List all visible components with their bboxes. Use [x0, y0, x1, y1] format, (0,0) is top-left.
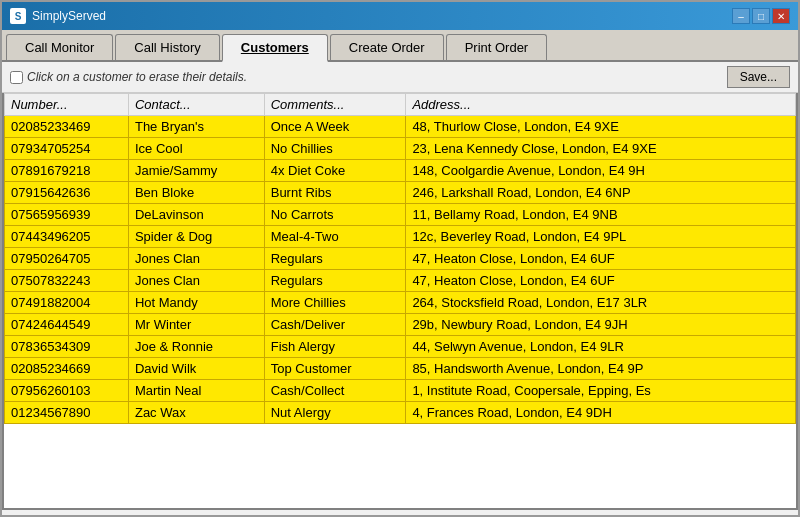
cell-comments[interactable]: Cash/Deliver [264, 314, 406, 336]
cell-comments[interactable]: Cash/Collect [264, 380, 406, 402]
cell-comments[interactable]: Nut Alergy [264, 402, 406, 424]
cell-contact[interactable]: David Wilk [128, 358, 264, 380]
cell-number[interactable]: 07891679218 [5, 160, 129, 182]
table-header-row: Number... Contact... Comments... Address… [5, 94, 796, 116]
toolbar: Click on a customer to erase their detai… [2, 62, 798, 93]
cell-number[interactable]: 02085233469 [5, 116, 129, 138]
cell-address[interactable]: 47, Heaton Close, London, E4 6UF [406, 270, 796, 292]
tab-print-order[interactable]: Print Order [446, 34, 548, 60]
table-row[interactable]: 07507832243Jones ClanRegulars47, Heaton … [5, 270, 796, 292]
cell-address[interactable]: 246, Larkshall Road, London, E4 6NP [406, 182, 796, 204]
cell-comments[interactable]: More Chillies [264, 292, 406, 314]
cell-comments[interactable]: Regulars [264, 270, 406, 292]
cell-contact[interactable]: Mr Winter [128, 314, 264, 336]
cell-comments[interactable]: Top Customer [264, 358, 406, 380]
cell-address[interactable]: 11, Bellamy Road, London, E4 9NB [406, 204, 796, 226]
cell-comments[interactable]: Once A Week [264, 116, 406, 138]
tab-customers[interactable]: Customers [222, 34, 328, 62]
cell-contact[interactable]: The Bryan's [128, 116, 264, 138]
table-row[interactable]: 07836534309Joe & RonnieFish Alergy44, Se… [5, 336, 796, 358]
header-number: Number... [5, 94, 129, 116]
header-address: Address... [406, 94, 796, 116]
cell-comments[interactable]: No Chillies [264, 138, 406, 160]
table-row[interactable]: 02085233469The Bryan'sOnce A Week48, Thu… [5, 116, 796, 138]
maximize-button[interactable]: □ [752, 8, 770, 24]
cell-number[interactable]: 07956260103 [5, 380, 129, 402]
app-title: SimplyServed [32, 9, 106, 23]
header-comments: Comments... [264, 94, 406, 116]
erase-checkbox-area[interactable]: Click on a customer to erase their detai… [10, 70, 247, 84]
customer-table-container: Number... Contact... Comments... Address… [2, 93, 798, 510]
cell-comments[interactable]: Meal-4-Two [264, 226, 406, 248]
cell-comments[interactable]: No Carrots [264, 204, 406, 226]
table-row[interactable]: 07934705254Ice CoolNo Chillies23, Lena K… [5, 138, 796, 160]
cell-contact[interactable]: Spider & Dog [128, 226, 264, 248]
erase-checkbox[interactable] [10, 71, 23, 84]
table-row[interactable]: 07424644549Mr WinterCash/Deliver29b, New… [5, 314, 796, 336]
title-bar-left: S SimplyServed [10, 8, 106, 24]
minimize-button[interactable]: – [732, 8, 750, 24]
cell-comments[interactable]: Fish Alergy [264, 336, 406, 358]
table-row[interactable]: 07891679218Jamie/Sammy4x Diet Coke148, C… [5, 160, 796, 182]
cell-address[interactable]: 29b, Newbury Road, London, E4 9JH [406, 314, 796, 336]
tab-create-order[interactable]: Create Order [330, 34, 444, 60]
cell-comments[interactable]: 4x Diet Coke [264, 160, 406, 182]
cell-address[interactable]: 1, Institute Road, Coopersale, Epping, E… [406, 380, 796, 402]
tab-call-monitor[interactable]: Call Monitor [6, 34, 113, 60]
cell-address[interactable]: 85, Handsworth Avenue, London, E4 9P [406, 358, 796, 380]
cell-contact[interactable]: Zac Wax [128, 402, 264, 424]
cell-address[interactable]: 44, Selwyn Avenue, London, E4 9LR [406, 336, 796, 358]
cell-address[interactable]: 23, Lena Kennedy Close, London, E4 9XE [406, 138, 796, 160]
table-row[interactable]: 01234567890Zac WaxNut Alergy4, Frances R… [5, 402, 796, 424]
cell-number[interactable]: 07491882004 [5, 292, 129, 314]
cell-contact[interactable]: Ice Cool [128, 138, 264, 160]
cell-address[interactable]: 12c, Beverley Road, London, E4 9PL [406, 226, 796, 248]
cell-address[interactable]: 148, Coolgardie Avenue, London, E4 9H [406, 160, 796, 182]
cell-comments[interactable]: Burnt Ribs [264, 182, 406, 204]
table-row[interactable]: 07443496205Spider & DogMeal-4-Two12c, Be… [5, 226, 796, 248]
app-icon: S [10, 8, 26, 24]
table-row[interactable]: 07491882004Hot MandyMore Chillies264, St… [5, 292, 796, 314]
save-button[interactable]: Save... [727, 66, 790, 88]
cell-number[interactable]: 07934705254 [5, 138, 129, 160]
table-row[interactable]: 02085234669David WilkTop Customer85, Han… [5, 358, 796, 380]
cell-address[interactable]: 48, Thurlow Close, London, E4 9XE [406, 116, 796, 138]
toolbar-hint: Click on a customer to erase their detai… [27, 70, 247, 84]
cell-contact[interactable]: Ben Bloke [128, 182, 264, 204]
cell-contact[interactable]: Martin Neal [128, 380, 264, 402]
cell-number[interactable]: 07915642636 [5, 182, 129, 204]
table-row[interactable]: 07915642636Ben BlokeBurnt Ribs246, Larks… [5, 182, 796, 204]
cell-address[interactable]: 4, Frances Road, London, E4 9DH [406, 402, 796, 424]
cell-contact[interactable]: Jamie/Sammy [128, 160, 264, 182]
title-bar: S SimplyServed – □ ✕ [2, 2, 798, 30]
cell-number[interactable]: 07443496205 [5, 226, 129, 248]
cell-number[interactable]: 07565956939 [5, 204, 129, 226]
close-button[interactable]: ✕ [772, 8, 790, 24]
table-row[interactable]: 07950264705Jones ClanRegulars47, Heaton … [5, 248, 796, 270]
cell-number[interactable]: 02085234669 [5, 358, 129, 380]
cell-number[interactable]: 07424644549 [5, 314, 129, 336]
cell-number[interactable]: 01234567890 [5, 402, 129, 424]
cell-number[interactable]: 07950264705 [5, 248, 129, 270]
cell-number[interactable]: 07836534309 [5, 336, 129, 358]
cell-address[interactable]: 47, Heaton Close, London, E4 6UF [406, 248, 796, 270]
cell-number[interactable]: 07507832243 [5, 270, 129, 292]
table-row[interactable]: 07565956939DeLavinsonNo Carrots11, Bella… [5, 204, 796, 226]
cell-contact[interactable]: Jones Clan [128, 270, 264, 292]
cell-contact[interactable]: Jones Clan [128, 248, 264, 270]
table-row[interactable]: 07956260103Martin NealCash/Collect1, Ins… [5, 380, 796, 402]
header-contact: Contact... [128, 94, 264, 116]
cell-contact[interactable]: Joe & Ronnie [128, 336, 264, 358]
cell-address[interactable]: 264, Stocksfield Road, London, E17 3LR [406, 292, 796, 314]
tab-call-history[interactable]: Call History [115, 34, 219, 60]
tab-bar: Call Monitor Call History Customers Crea… [2, 30, 798, 62]
cell-contact[interactable]: DeLavinson [128, 204, 264, 226]
cell-comments[interactable]: Regulars [264, 248, 406, 270]
customer-table: Number... Contact... Comments... Address… [4, 93, 796, 424]
cell-contact[interactable]: Hot Mandy [128, 292, 264, 314]
title-controls[interactable]: – □ ✕ [732, 8, 790, 24]
